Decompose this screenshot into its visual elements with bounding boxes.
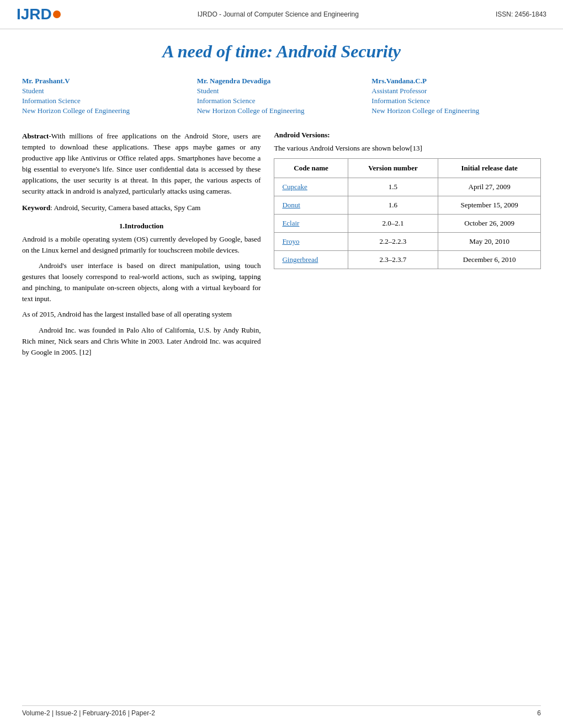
author-2-dept: Information Science: [197, 97, 367, 105]
author-2-role: Student: [197, 87, 367, 95]
introduction-para4: Android Inc. was founded in Palo Alto of…: [22, 325, 261, 358]
abstract-label: Abstract: [22, 132, 49, 140]
introduction-para3: As of 2015, Android has the largest inst…: [22, 309, 261, 320]
table-row: Donut1.6September 15, 2009: [274, 196, 541, 214]
table-cell-version: 1.6: [348, 196, 438, 214]
author-3-college: New Horizon College of Engineering: [371, 106, 541, 115]
keyword-label: Keyword: [22, 204, 50, 212]
table-header-date: Initial release date: [438, 158, 541, 178]
codename-link[interactable]: Donut: [282, 201, 300, 209]
author-2: Mr. Nagendra Devadiga Student Informatio…: [197, 77, 367, 115]
codename-link[interactable]: Eclair: [282, 219, 299, 227]
author-3-name: Mrs.Vandana.C.P: [371, 77, 541, 85]
table-cell-date: April 27, 2009: [438, 178, 541, 196]
author-1: Mr. Prashant.V Student Information Scien…: [22, 77, 192, 115]
table-cell-codename: Cupcake: [274, 178, 348, 196]
article-title: A need of time: Android Security: [22, 40, 541, 63]
author-1-college: New Horizon College of Engineering: [22, 106, 192, 115]
table-cell-version: 2.3–2.3.7: [348, 250, 438, 269]
codename-link[interactable]: Cupcake: [282, 183, 307, 191]
table-cell-date: October 26, 2009: [438, 214, 541, 232]
android-versions-subtitle: The various Android Versions are shown b…: [274, 144, 541, 153]
table-row: Froyo2.2–2.2.3May 20, 2010: [274, 232, 541, 250]
author-3-role: Assistant Professor: [371, 87, 541, 95]
table-row: Cupcake1.5April 27, 2009: [274, 178, 541, 196]
body-columns: Abstract-With millions of free applicati…: [22, 131, 541, 362]
journal-name: IJRDO - Journal of Computer Science and …: [198, 10, 359, 18]
abstract-paragraph: Abstract-With millions of free applicati…: [22, 131, 261, 197]
codename-link[interactable]: Gingerbread: [282, 255, 318, 264]
table-cell-version: 2.0–2.1: [348, 214, 438, 232]
introduction-heading: 1.Introduction: [22, 222, 261, 231]
author-2-college: New Horizon College of Engineering: [197, 106, 367, 115]
table-cell-codename: Froyo: [274, 232, 348, 250]
abstract-text: -With millions of free applications on t…: [22, 132, 261, 196]
android-versions-title: Android Versions:: [274, 131, 541, 140]
page-header: IJRD IJRDO - Journal of Computer Science…: [0, 0, 563, 29]
introduction-para2: Android's user interface is based on dir…: [22, 260, 261, 305]
author-1-name: Mr. Prashant.V: [22, 77, 192, 85]
author-1-dept: Information Science: [22, 97, 192, 105]
table-cell-date: December 6, 2010: [438, 250, 541, 269]
table-cell-date: May 20, 2010: [438, 232, 541, 250]
table-header-codename: Code name: [274, 158, 348, 178]
table-cell-codename: Donut: [274, 196, 348, 214]
table-cell-version: 1.5: [348, 178, 438, 196]
author-1-role: Student: [22, 87, 192, 95]
author-3-dept: Information Science: [371, 97, 541, 105]
table-header-version: Version number: [348, 158, 438, 178]
issn: ISSN: 2456-1843: [496, 10, 546, 18]
left-column: Abstract-With millions of free applicati…: [22, 131, 261, 362]
logo: IJRD: [17, 6, 61, 23]
author-2-name: Mr. Nagendra Devadiga: [197, 77, 367, 85]
keyword-paragraph: Keyword: Android, Security, Camera based…: [22, 202, 261, 213]
logo-text: IJRD: [17, 6, 52, 23]
footer-volume: Volume-2 | Issue-2 | February-2016 | Pap…: [22, 709, 155, 717]
footer-page: 6: [537, 709, 541, 717]
authors-section: Mr. Prashant.V Student Information Scien…: [22, 77, 541, 115]
table-cell-version: 2.2–2.2.3: [348, 232, 438, 250]
table-cell-codename: Gingerbread: [274, 250, 348, 269]
codename-link[interactable]: Froyo: [282, 237, 299, 245]
logo-dot: [53, 10, 61, 18]
author-3: Mrs.Vandana.C.P Assistant Professor Info…: [371, 77, 541, 115]
table-row: Eclair2.0–2.1October 26, 2009: [274, 214, 541, 232]
android-versions-table: Code name Version number Initial release…: [274, 158, 541, 269]
right-column: Android Versions: The various Android Ve…: [274, 131, 541, 269]
keyword-text: : Android, Security, Camera based attack…: [50, 204, 200, 212]
main-content: A need of time: Android Security Mr. Pra…: [0, 29, 563, 384]
table-cell-date: September 15, 2009: [438, 196, 541, 214]
table-row: Gingerbread2.3–2.3.7December 6, 2010: [274, 250, 541, 269]
page-footer: Volume-2 | Issue-2 | February-2016 | Pap…: [22, 705, 541, 717]
table-cell-codename: Eclair: [274, 214, 348, 232]
introduction-para1: Android is a mobile operating system (OS…: [22, 234, 261, 256]
